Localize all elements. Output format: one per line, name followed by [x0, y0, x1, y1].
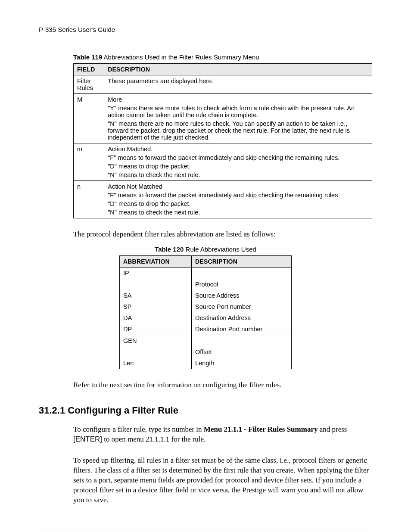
paragraph: The protocol dependent filter rules abbr… — [73, 230, 372, 240]
running-header: P-335 Series User's Guide — [39, 26, 372, 36]
cell-abbr: IP — [120, 267, 192, 279]
table-row: SPSource Port number — [120, 301, 292, 312]
table-row: GEN — [120, 335, 292, 346]
col-abbr: ABBREVIATION — [120, 255, 192, 267]
cell-abbr: SA — [120, 290, 192, 301]
desc-line: "N" means there are no more rules to che… — [108, 120, 368, 141]
table-row: MMore."Y" means there are more rules to … — [74, 94, 372, 143]
col-field: FIELD — [74, 64, 104, 75]
cell-desc — [192, 267, 292, 279]
table-row: Offset — [120, 346, 292, 358]
cell-desc: Source Port number — [192, 301, 292, 312]
cell-desc — [192, 335, 292, 346]
table-119-caption: Table 119 Abbreviations Used in the Filt… — [73, 53, 372, 61]
cell-abbr: SP — [120, 301, 192, 312]
cell-abbr — [120, 279, 192, 290]
desc-line: Action Not Matched — [108, 183, 368, 190]
key-enter: [ENTER] — [73, 435, 102, 443]
cell-desc: Destination Port number — [192, 324, 292, 335]
paragraph: To speed up filtering, all rules in a fi… — [73, 456, 372, 505]
desc-line: "D" means to drop the packet. — [108, 200, 368, 207]
cell-field: m — [74, 143, 104, 181]
cell-abbr: DP — [120, 324, 192, 335]
cell-desc: Source Address — [192, 290, 292, 301]
section-heading: 31.2.1 Configuring a Filter Rule — [39, 405, 372, 416]
cell-abbr: GEN — [120, 335, 192, 346]
table-row: DPDestination Port number — [120, 324, 292, 335]
table-row: IP — [120, 267, 292, 279]
col-desc: DESCRIPTION — [192, 255, 292, 267]
desc-line: Action Matched. — [108, 146, 368, 152]
desc-line: "N" means to check the next rule. — [108, 209, 368, 216]
desc-line: "D" means to drop the packet. — [108, 163, 368, 170]
paragraph: Refer to the next section for informatio… — [73, 380, 372, 390]
text: and press — [318, 425, 347, 433]
caption-text: Abbreviations Used in the Filter Rules S… — [102, 53, 259, 61]
desc-line: "N" means to check the next rule. — [108, 171, 368, 178]
desc-line: "F" means to forward the packet immediat… — [108, 192, 368, 199]
table-row: DADestination Address — [120, 312, 292, 324]
table-row: SASource Address — [120, 290, 292, 301]
caption-number: Table 119 — [73, 53, 102, 61]
table-119: FIELD DESCRIPTION Filter RulesThese para… — [73, 63, 372, 218]
cell-desc: These parameters are displayed here. — [104, 75, 372, 94]
cell-desc: Action Not Matched"F" means to forward t… — [104, 181, 372, 218]
paragraph: To configure a filter rule, type its num… — [73, 425, 372, 445]
desc-line: These parameters are displayed here. — [108, 78, 368, 84]
desc-line: More. — [108, 96, 368, 103]
cell-field: Filter Rules — [74, 75, 104, 94]
caption-number: Table 120 — [155, 246, 184, 253]
text: to open menu 21.1.1.1 for the rule. — [102, 435, 206, 443]
cell-abbr: Len — [120, 358, 192, 369]
cell-field: M — [74, 94, 104, 143]
table-row: LenLength — [120, 358, 292, 369]
col-desc: DESCRIPTION — [104, 64, 372, 75]
desc-line: "F" means to forward the packet immediat… — [108, 154, 368, 161]
caption-text: Rule Abbreviations Used — [184, 246, 256, 253]
cell-desc: More."Y" means there are more rules to c… — [104, 94, 372, 143]
cell-desc: Action Matched."F" means to forward the … — [104, 143, 372, 181]
cell-desc: Length — [192, 358, 292, 369]
cell-desc: Protocol — [192, 279, 292, 290]
cell-abbr: DA — [120, 312, 192, 324]
table-row: Filter RulesThese parameters are display… — [74, 75, 372, 94]
table-120-caption: Table 120 Rule Abbreviations Used — [39, 246, 372, 253]
cell-desc: Offset — [192, 346, 292, 358]
menu-ref: Menu 21.1.1 - Filter Rules Summary — [204, 425, 318, 433]
text: To configure a filter rule, type its num… — [73, 425, 204, 433]
table-row: mAction Matched."F" means to forward the… — [74, 143, 372, 181]
cell-abbr — [120, 346, 192, 358]
cell-desc: Destination Address — [192, 312, 292, 324]
desc-line: "Y" means there are more rules to check … — [108, 105, 368, 118]
cell-field: n — [74, 181, 104, 218]
table-120: ABBREVIATION DESCRIPTION IPProtocolSASou… — [119, 255, 292, 369]
table-row: nAction Not Matched"F" means to forward … — [74, 181, 372, 218]
table-row: Protocol — [120, 279, 292, 290]
